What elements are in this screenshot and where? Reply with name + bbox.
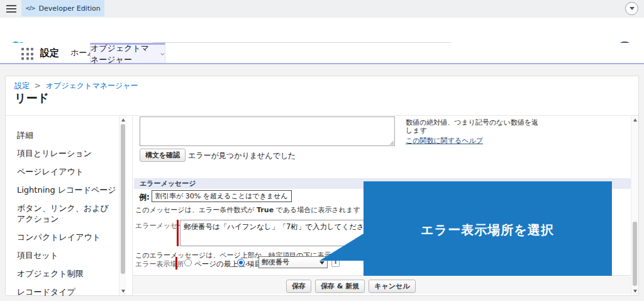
scroll-down-icon[interactable] — [633, 290, 637, 293]
object-sidebar: 詳細 項目とリレーション ページレイアウト Lightning レコードページ … — [17, 130, 116, 301]
required-indicator — [177, 220, 179, 246]
sidebar-item-field-sets[interactable]: 項目セット — [17, 250, 116, 261]
syntax-result-text: エラーが見つかりませんでした — [188, 150, 296, 161]
page-title: リード — [14, 91, 49, 106]
formula-textarea[interactable] — [140, 116, 395, 146]
sidebar-item-details[interactable]: 詳細 — [17, 130, 116, 140]
main-scrollbar[interactable] — [631, 116, 638, 295]
button-row: 保存 保存 & 新規 キャンセル — [286, 280, 416, 293]
browser-tab-developer-edition[interactable]: </> Developer Edition — [21, 0, 104, 16]
field-select-value: 郵便番号 — [262, 258, 289, 266]
sidebar-scrollbar[interactable] — [119, 116, 126, 295]
required-indicator — [175, 257, 177, 270]
sidebar-divider — [132, 116, 133, 295]
sidebar-item-record-types[interactable]: レコードタイプ — [17, 287, 116, 297]
setup-app-label: 設定 — [40, 43, 59, 63]
function-help-link[interactable]: この関数に関するヘルプ — [406, 136, 483, 145]
tab-object-manager-label: オブジェクトマネージャー — [91, 43, 156, 65]
scroll-down-icon[interactable] — [121, 290, 125, 293]
example-box: 割引率が 30% を超えることはできません — [152, 190, 292, 202]
tab-object-manager[interactable]: オブジェクトマネージャー — [90, 43, 165, 63]
radio-top-of-page[interactable] — [184, 259, 192, 266]
chevron-down-icon — [630, 7, 635, 10]
app-launcher-waffle-icon[interactable] — [21, 48, 34, 60]
card-divider — [6, 115, 638, 116]
global-header: [設定] を検索 ★ + ? — [0, 18, 644, 43]
scrollbar-thumb[interactable] — [121, 124, 125, 274]
breadcrumb-link-setup[interactable]: 設定 — [14, 81, 30, 90]
browser-tab-label: Developer Edition — [39, 4, 101, 13]
browser-bar: </> Developer Edition — [0, 0, 644, 18]
scroll-up-icon[interactable] — [633, 118, 637, 122]
collapse-toolbar-button[interactable] — [625, 2, 638, 15]
scrollbar-thumb[interactable] — [633, 222, 637, 286]
scroll-up-icon[interactable] — [121, 118, 125, 122]
sidebar-item-fields-relationships[interactable]: 項目とリレーション — [17, 148, 116, 159]
save-and-new-button[interactable]: 保存 & 新規 — [315, 280, 365, 293]
breadcrumb-separator: > — [35, 81, 41, 90]
check-syntax-button[interactable]: 構文を確認 — [140, 149, 186, 162]
chevron-down-icon — [160, 52, 165, 56]
save-button[interactable]: 保存 — [286, 280, 311, 293]
breadcrumb: 設定 > オブジェクトマネージャー — [14, 81, 138, 91]
sidebar-item-object-limits[interactable]: オブジェクト制限 — [17, 268, 116, 279]
example-label: 例: — [139, 192, 150, 203]
code-icon: </> — [25, 5, 35, 11]
hamburger-menu-icon[interactable] — [6, 5, 16, 13]
sidebar-item-page-layouts[interactable]: ページレイアウト — [17, 166, 116, 177]
sidebar-item-compact-layouts[interactable]: コンパクトレイアウト — [17, 232, 116, 242]
resize-handle-icon[interactable] — [389, 140, 394, 145]
breadcrumb-link-object-manager[interactable]: オブジェクトマネージャー — [46, 81, 138, 90]
radio-field-selected[interactable] — [237, 259, 245, 266]
callout-text: エラー表示場所を選択 — [374, 222, 601, 239]
sidebar-item-lightning-record-pages[interactable]: Lightning レコードページ — [17, 185, 116, 195]
sidebar-item-buttons-links-actions[interactable]: ボタン、リンク、およびアクション — [17, 203, 116, 224]
function-help-text: 数値の絶対値、つまり記号のない数値を返します — [406, 118, 545, 135]
cancel-button[interactable]: キャンセル — [369, 280, 415, 293]
